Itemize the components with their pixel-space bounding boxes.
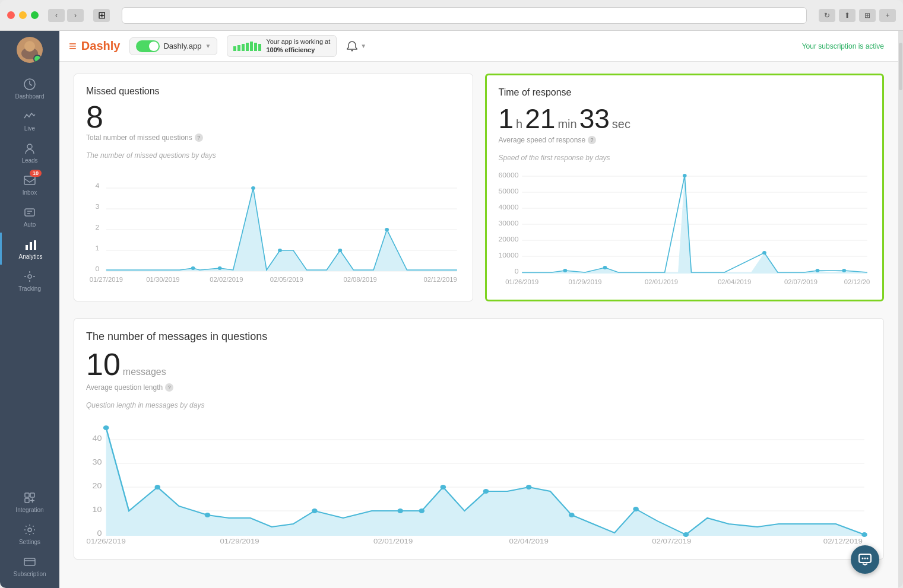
svg-text:2: 2 [96, 224, 100, 231]
messages-sub: Average question length ? [86, 383, 872, 392]
svg-text:01/30/2019: 01/30/2019 [146, 276, 179, 283]
svg-rect-7 [26, 245, 28, 250]
svg-point-75 [103, 425, 109, 430]
sidebar-item-tracking[interactable]: Tracking [0, 265, 59, 297]
svg-text:0: 0 [514, 268, 518, 275]
svg-text:0: 0 [96, 265, 100, 272]
sidebar-item-leads[interactable]: Leads [0, 136, 59, 169]
sidebar-item-dashboard[interactable]: Dashboard [0, 72, 59, 104]
svg-point-97 [867, 558, 869, 560]
share-button[interactable]: ⬆ [839, 9, 856, 22]
time-of-response-sub: Average speed of response ? [499, 136, 871, 144]
help-icon[interactable]: ? [165, 383, 173, 392]
help-icon[interactable]: ? [588, 136, 596, 144]
svg-text:02/02/2019: 02/02/2019 [210, 276, 243, 283]
chevron-down-icon: ▼ [360, 43, 366, 49]
sidebar-item-integration[interactable]: Integration [0, 486, 59, 518]
svg-rect-9 [34, 240, 36, 250]
svg-point-32 [385, 228, 389, 231]
svg-text:02/12/2019: 02/12/2019 [424, 276, 457, 283]
minimize-button[interactable] [19, 11, 27, 19]
svg-point-53 [563, 269, 567, 272]
svg-point-85 [633, 507, 639, 511]
sidebar-item-analytics[interactable]: Analytics [0, 233, 59, 265]
svg-point-2 [24, 41, 35, 52]
chat-widget[interactable] [851, 545, 879, 574]
svg-rect-15 [24, 558, 35, 565]
svg-text:4: 4 [96, 182, 100, 189]
forward-button[interactable]: › [67, 9, 84, 22]
messages-chart-label: Question length in messages by days [86, 401, 872, 409]
address-bar[interactable] [122, 7, 807, 24]
sidebar-item-subscription[interactable]: Subscription [0, 550, 59, 582]
sidebar-item-auto[interactable]: Auto [0, 201, 59, 233]
sidebar-item-settings[interactable]: Settings [0, 518, 59, 550]
time-of-response-title: Time of response [499, 87, 871, 98]
inbox-icon: 10 [23, 173, 37, 187]
svg-text:02/01/2019: 02/01/2019 [645, 279, 678, 285]
time-of-response-card: Time of response 1 h 21 min 33 sec Avera… [485, 74, 885, 301]
svg-point-16 [351, 49, 353, 51]
svg-text:02/12/2019: 02/12/2019 [823, 538, 863, 545]
svg-rect-5 [24, 176, 35, 185]
logo-icon: ≡ [69, 39, 77, 54]
svg-point-83 [526, 485, 532, 490]
efficiency-indicator: Your app is working at 100% efficiency [227, 35, 337, 56]
sidebar-item-live[interactable]: Live [0, 104, 59, 136]
svg-text:02/12/2019: 02/12/2019 [844, 279, 870, 285]
svg-point-29 [251, 186, 255, 190]
cards-row: Missed questions 8 Total number of misse… [74, 74, 884, 301]
add-button[interactable]: + [879, 9, 896, 22]
analytics-icon [24, 237, 38, 252]
live-icon [23, 109, 37, 123]
svg-point-79 [397, 508, 403, 513]
missed-questions-chart: 0 1 2 3 4 [86, 164, 461, 285]
inbox-badge: 10 [30, 170, 42, 177]
svg-text:30: 30 [92, 458, 102, 466]
svg-point-95 [862, 558, 864, 560]
messages-section-title: The number of messages in questions [86, 330, 872, 343]
notifications-bell[interactable]: ▼ [346, 40, 366, 52]
dashboard-icon [23, 77, 37, 91]
svg-text:50000: 50000 [499, 187, 519, 195]
integration-icon [23, 491, 37, 505]
maximize-button[interactable] [31, 11, 39, 19]
help-icon[interactable]: ? [195, 134, 203, 142]
time-of-response-chart-label: Speed of the first response by days [499, 154, 871, 162]
svg-text:01/29/2019: 01/29/2019 [568, 279, 601, 285]
messages-section: The number of messages in questions 10 m… [74, 318, 884, 560]
time-display: 1 h 21 min 33 sec [499, 103, 871, 135]
svg-text:01/26/2019: 01/26/2019 [505, 279, 538, 285]
svg-text:02/05/2019: 02/05/2019 [270, 276, 303, 283]
svg-point-31 [338, 249, 342, 252]
back-button[interactable]: ‹ [48, 9, 65, 22]
scroll-track[interactable] [898, 31, 903, 588]
tracking-icon [23, 269, 37, 284]
reload-button[interactable]: ↻ [819, 9, 835, 22]
svg-point-57 [815, 269, 819, 272]
svg-point-30 [278, 249, 282, 252]
svg-text:20: 20 [92, 482, 102, 490]
new-tab-button[interactable]: ⊞ [859, 9, 876, 22]
svg-text:02/04/2019: 02/04/2019 [718, 279, 751, 285]
svg-rect-12 [30, 493, 34, 497]
svg-text:30000: 30000 [499, 220, 519, 227]
svg-point-54 [603, 266, 607, 269]
site-selector[interactable]: Dashly.app ▼ [129, 37, 217, 55]
sidebar-item-inbox[interactable]: 10 Inbox [0, 169, 59, 201]
toggle-switch[interactable] [136, 40, 160, 52]
missed-questions-title: Missed questions [86, 86, 461, 97]
svg-rect-8 [30, 242, 32, 250]
messages-count-display: 10 messages [86, 347, 872, 382]
efficiency-text: Your app is working at 100% efficiency [266, 38, 330, 53]
leads-icon [23, 141, 37, 155]
tab-button[interactable]: ⊞ [93, 9, 110, 22]
avatar[interactable] [17, 37, 43, 63]
close-button[interactable] [7, 11, 15, 19]
svg-point-56 [762, 251, 766, 255]
scroll-thumb[interactable] [899, 43, 902, 90]
svg-text:01/29/2019: 01/29/2019 [220, 538, 259, 545]
svg-point-58 [842, 269, 846, 272]
svg-point-27 [191, 266, 195, 270]
svg-text:3: 3 [96, 203, 100, 210]
